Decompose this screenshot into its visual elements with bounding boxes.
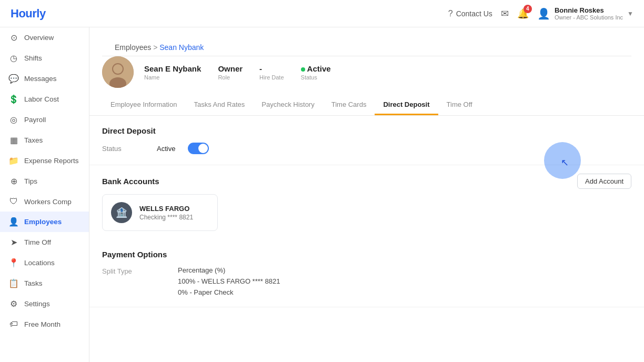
sidebar-label-employees: Employees <box>24 218 62 226</box>
employee-info-row: Sean E Nybank Name Owner Role - Hire Dat… <box>102 56 631 95</box>
tab-paycheck-history[interactable]: Paycheck History <box>253 95 323 115</box>
active-toggle[interactable] <box>188 143 209 154</box>
sidebar-icon-settings: ⚙ <box>8 299 19 309</box>
top-navigation: Hourly ? Contact Us ✉ 🔔 4 👤 Bonnie Roske… <box>0 0 644 27</box>
employee-status-field: Active Status <box>301 64 331 81</box>
user-info: Bonnie Roskes Owner - ABC Solutions Inc <box>555 6 623 21</box>
sidebar-item-payroll[interactable]: ◎Payroll <box>0 109 89 130</box>
svg-point-3 <box>113 64 123 74</box>
bank-card[interactable]: 🏦 WELLS FARGO Checking **** 8821 <box>102 194 218 231</box>
sidebar-label-time-off: Time Off <box>24 238 51 246</box>
avatar <box>102 56 134 88</box>
tab-tasks-and-rates[interactable]: Tasks And Rates <box>185 95 253 115</box>
sidebar-icon-overview: ⊙ <box>8 33 19 43</box>
payment-options-title: Payment Options <box>102 250 631 259</box>
employee-fields: Sean E Nybank Name Owner Role - Hire Dat… <box>144 64 331 81</box>
employee-header: Employees > Sean Nybank <box>89 27 644 116</box>
tab-direct-deposit[interactable]: Direct Deposit <box>375 95 438 115</box>
sidebar-label-free-month: Free Month <box>24 320 61 328</box>
split-option-1: 0% - Paper Check <box>178 288 280 296</box>
sidebar: ⊙Overview◷Shifts💬Messages💲Labor Cost◎Pay… <box>0 27 89 362</box>
sidebar-item-time-off[interactable]: ➤Time Off <box>0 232 89 253</box>
sidebar-label-labor-cost: Labor Cost <box>24 95 59 103</box>
sidebar-icon-time-off: ➤ <box>8 237 19 247</box>
employee-name-label: Name <box>144 74 201 81</box>
tab-bar: Employee InformationTasks And RatesPaych… <box>102 95 631 115</box>
user-menu[interactable]: 👤 Bonnie Roskes Owner - ABC Solutions In… <box>537 6 633 21</box>
sidebar-item-overview[interactable]: ⊙Overview <box>0 27 89 48</box>
messages-button[interactable]: ✉ <box>501 8 509 19</box>
employee-status-label: Status <box>301 74 331 81</box>
sidebar-item-free-month[interactable]: 🏷Free Month <box>0 314 89 334</box>
messages-icon: ✉ <box>501 8 509 19</box>
sidebar-item-labor-cost[interactable]: 💲Labor Cost <box>0 89 89 109</box>
help-icon: ? <box>448 9 453 18</box>
split-type-label: Split Type <box>102 266 165 275</box>
contact-us-label: Contact Us <box>456 9 492 18</box>
bank-section-header: Bank Accounts Add Account <box>89 165 644 194</box>
main-content: Employees > Sean Nybank <box>89 27 644 362</box>
sidebar-label-shifts: Shifts <box>24 54 42 62</box>
bank-name: WELLS FARGO <box>139 205 193 213</box>
payment-values: Percentage (%) 100% - WELLS FARGO **** 8… <box>178 266 280 296</box>
user-role: Owner - ABC Solutions Inc <box>555 14 623 21</box>
sidebar-item-workers-comp[interactable]: 🛡Workers Comp <box>0 192 89 212</box>
split-type-value: Percentage (%) <box>178 266 280 274</box>
tab-time-off[interactable]: Time Off <box>438 95 481 115</box>
sidebar-label-overview: Overview <box>24 34 54 42</box>
employee-role-label: Role <box>218 74 243 81</box>
sidebar-label-locations: Locations <box>24 259 55 267</box>
status-label: Status <box>102 145 144 153</box>
status-row: Status Active <box>102 143 631 154</box>
split-option-0: 100% - WELLS FARGO **** 8821 <box>178 277 280 285</box>
avatar-image <box>102 56 134 88</box>
contact-us-button[interactable]: ? Contact Us <box>448 9 492 18</box>
breadcrumb-parent[interactable]: Employees <box>115 43 151 52</box>
employee-hire-date-value: - <box>259 64 284 73</box>
tab-time-cards[interactable]: Time Cards <box>323 95 375 115</box>
sidebar-label-messages: Messages <box>24 75 57 83</box>
payment-row: Split Type Percentage (%) 100% - WELLS F… <box>102 266 631 296</box>
sidebar-item-locations[interactable]: 📍Locations <box>0 253 89 273</box>
direct-deposit-section: Direct Deposit Status Active <box>89 116 644 165</box>
notifications-button[interactable]: 🔔 4 <box>517 8 529 19</box>
user-name: Bonnie Roskes <box>555 6 623 14</box>
bank-icon: 🏦 <box>111 202 132 223</box>
sidebar-item-settings[interactable]: ⚙Settings <box>0 294 89 314</box>
status-value: Active <box>157 145 175 153</box>
tab-employee-information[interactable]: Employee Information <box>102 95 185 115</box>
sidebar-label-tasks: Tasks <box>24 279 43 287</box>
employee-name-field: Sean E Nybank Name <box>144 64 201 81</box>
sidebar-icon-workers-comp: 🛡 <box>8 197 19 206</box>
content-area[interactable]: Direct Deposit Status Active Bank Accoun… <box>89 116 644 362</box>
employee-hire-date-field: - Hire Date <box>259 64 284 81</box>
sidebar-icon-payroll: ◎ <box>8 115 19 125</box>
notification-badge: 4 <box>524 5 532 13</box>
sidebar-item-taxes[interactable]: ▦Taxes <box>0 130 89 150</box>
app-logo: Hourly <box>11 7 46 21</box>
sidebar-item-tips[interactable]: ⊕Tips <box>0 171 89 192</box>
sidebar-icon-shifts: ◷ <box>8 53 19 63</box>
add-account-button[interactable]: Add Account <box>577 174 631 189</box>
employee-role-value: Owner <box>218 64 243 73</box>
main-layout: ⊙Overview◷Shifts💬Messages💲Labor Cost◎Pay… <box>0 27 644 362</box>
sidebar-icon-free-month: 🏷 <box>8 319 19 329</box>
sidebar-item-messages[interactable]: 💬Messages <box>0 68 89 89</box>
sidebar-item-shifts[interactable]: ◷Shifts <box>0 48 89 68</box>
user-icon: 👤 <box>537 7 550 20</box>
bank-info: WELLS FARGO Checking **** 8821 <box>139 205 193 221</box>
sidebar-label-workers-comp: Workers Comp <box>24 198 72 206</box>
bank-type: Checking **** 8821 <box>139 214 193 221</box>
breadcrumb-current: Sean Nybank <box>159 43 204 52</box>
sidebar-item-tasks[interactable]: 📋Tasks <box>0 273 89 294</box>
breadcrumb-separator: > <box>151 43 159 52</box>
sidebar-item-expense-reports[interactable]: 📁Expense Reports <box>0 150 89 171</box>
sidebar-icon-tips: ⊕ <box>8 176 19 186</box>
breadcrumb: Employees > Sean Nybank <box>102 36 631 56</box>
employee-hire-date-label: Hire Date <box>259 74 284 81</box>
sidebar-icon-labor-cost: 💲 <box>8 94 19 104</box>
status-dot <box>301 67 305 72</box>
sidebar-icon-expense-reports: 📁 <box>8 156 19 166</box>
sidebar-label-payroll: Payroll <box>24 116 46 124</box>
sidebar-item-employees[interactable]: 👤Employees <box>0 212 89 232</box>
